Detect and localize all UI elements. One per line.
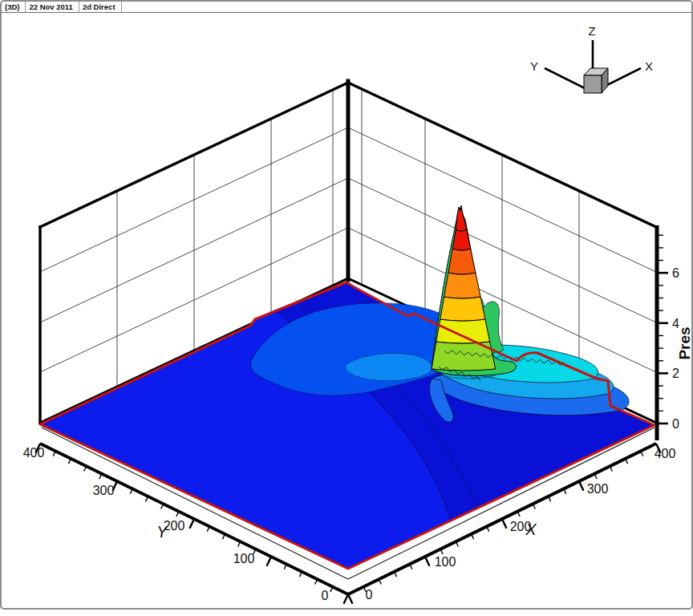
z-axis-tick-label: 6 <box>672 266 679 280</box>
surface-plot-canvas[interactable]: 010020030040001002003004000246XYPresZYX <box>2 2 691 608</box>
orientation-x-label: X <box>645 59 653 73</box>
frame-date-cell[interactable]: 22 Nov 2011 <box>26 2 79 12</box>
x-axis-major-tick <box>425 557 430 566</box>
x-axis-tick-label: 100 <box>435 555 456 569</box>
x-axis-major-tick <box>502 519 507 529</box>
peak-band <box>440 297 485 321</box>
frame-mode-cell[interactable]: (3D) <box>2 2 26 12</box>
y-axis-major-tick <box>189 519 194 529</box>
peak-band <box>436 319 490 343</box>
x-axis-title: X <box>525 521 537 538</box>
orientation-z-label: Z <box>588 24 595 38</box>
peak-band <box>444 273 480 298</box>
orientation-cube-front <box>584 75 602 93</box>
z-axis-tick-label: 0 <box>672 417 679 431</box>
y-axis-major-tick <box>343 594 348 604</box>
z-axis-title: Pres <box>676 326 691 359</box>
frame-header: (3D) 22 Nov 2011 2d Direct <box>2 2 691 13</box>
z-axis-tick-label: 2 <box>672 367 679 380</box>
y-axis-major-tick <box>266 557 271 566</box>
y-axis-tick-label: 0 <box>322 589 329 602</box>
x-axis-major-tick <box>348 594 353 604</box>
peak-band <box>448 249 476 274</box>
x-axis-tick-label: 300 <box>587 482 609 496</box>
y-axis-title: Y <box>156 523 168 541</box>
y-axis-tick-label: 400 <box>23 446 45 460</box>
orientation-y-label: Y <box>530 59 538 73</box>
x-axis-major-tick <box>579 481 584 491</box>
y-axis-tick-label: 100 <box>233 552 255 565</box>
x-axis-tick-label: 400 <box>654 447 676 460</box>
plot-frame: (3D) 22 Nov 2011 2d Direct 0100200300400… <box>0 0 693 610</box>
y-axis-tick-label: 300 <box>93 484 115 497</box>
x-axis-tick-label: 0 <box>366 588 373 602</box>
orientation-indicator: ZYX <box>530 24 653 93</box>
frame-title-cell[interactable]: 2d Direct <box>79 2 122 12</box>
